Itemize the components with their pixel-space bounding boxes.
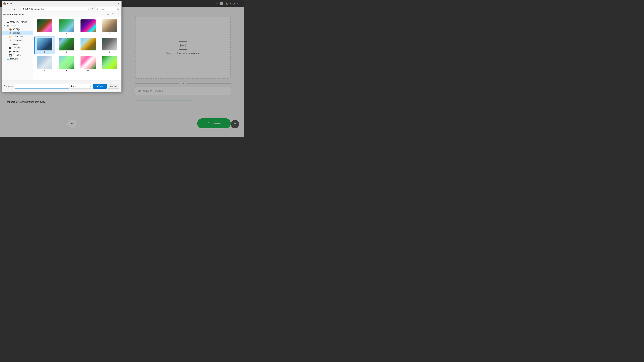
file-label-8: 8 xyxy=(109,51,110,53)
sidebar-label-documents: Documents xyxy=(12,35,31,38)
expand-icon-network[interactable]: ▶ xyxy=(3,58,6,60)
sidebar-icon-desktop: 🖥 xyxy=(9,32,12,34)
file-label-7: 7 xyxy=(88,51,88,53)
help-toolbar-button[interactable]: ? xyxy=(116,12,120,16)
spacer-downloads xyxy=(6,39,8,41)
file-label-9: 9 xyxy=(44,69,45,71)
file-thumb-10 xyxy=(59,56,74,69)
nav-back-button[interactable]: ‹ xyxy=(3,7,7,11)
file-thumb-2 xyxy=(59,19,74,32)
file-label-12: 12 xyxy=(108,69,110,71)
nav-forward-button[interactable]: › xyxy=(8,7,12,11)
sidebar-item-network[interactable]: ▶ 🌐 Network xyxy=(2,57,33,61)
breadcrumb-this-pc[interactable]: This PC xyxy=(23,8,30,10)
file-thumb-5 xyxy=(37,38,52,50)
file-thumb-6 xyxy=(59,38,74,50)
file-item-5[interactable]: 5 xyxy=(34,36,55,54)
file-label-2: 2 xyxy=(66,32,67,34)
new-folder-label: New folder xyxy=(14,13,24,15)
spacer-desktop xyxy=(6,32,8,34)
file-item-9[interactable]: 9 xyxy=(34,55,55,73)
file-thumb-9 xyxy=(37,56,52,69)
file-thumb-3 xyxy=(80,19,96,32)
sidebar-item-documents[interactable]: 📁 Documents xyxy=(2,35,33,38)
sidebar-label-acer-c: Acer (C:) xyxy=(12,54,31,56)
dialog-organize-toolbar: Organize ▾ New folder ⊞ ☰ ? xyxy=(2,12,122,17)
sidebar-icon-downloads: ⬇ xyxy=(9,39,12,42)
sidebar-icon-documents: 📁 xyxy=(9,35,12,38)
filename-label: File name: xyxy=(4,85,13,87)
spacer-pictures xyxy=(6,46,8,49)
sidebar-label-network: Network xyxy=(10,58,31,60)
sidebar-item-this-pc[interactable]: ▾ 🖥 This PC xyxy=(2,24,33,27)
file-item-8[interactable]: 8 xyxy=(99,36,120,54)
file-item-4[interactable]: 4 xyxy=(99,18,120,36)
sidebar-icon-network: 🌐 xyxy=(6,57,10,60)
dialog-close-button[interactable]: ✕ xyxy=(117,2,120,5)
sidebar-item-music[interactable]: ♫ Music xyxy=(2,42,33,46)
file-thumb-8 xyxy=(102,38,117,50)
sidebar-icon-music: ♫ xyxy=(9,43,12,45)
expand-icon-this-pc[interactable]: ▾ xyxy=(3,24,6,27)
view-grid-icon: ⊞ xyxy=(107,13,109,15)
file-item-1[interactable]: 1 xyxy=(34,18,55,36)
search-bar[interactable]: Search pics 🔍 xyxy=(95,7,120,11)
sidebar-item-downloads[interactable]: ⬇ Downloads xyxy=(2,38,33,42)
chrome-icon xyxy=(3,2,6,5)
sidebar-item-acer-c[interactable]: 💾 Acer (C:) xyxy=(2,53,33,57)
open-button[interactable]: Open xyxy=(93,84,107,89)
sidebar-item-desktop[interactable]: 🖥 Desktop xyxy=(2,31,33,35)
nav-up-button[interactable]: ↑ xyxy=(17,7,21,11)
file-label-6: 6 xyxy=(66,51,67,53)
spacer-music xyxy=(6,43,8,45)
file-item-12[interactable]: 12 xyxy=(99,55,120,73)
file-open-dialog: Open ✕ ‹ › ▾ ↑ This PC › Desktop › pics … xyxy=(2,1,122,92)
file-item-11[interactable]: 11 xyxy=(78,55,98,73)
sidebar-label-3d-objects: 3D Objects xyxy=(12,28,31,30)
file-item-7[interactable]: 7 xyxy=(78,36,98,54)
sidebar-label-videos: Videos xyxy=(12,50,31,53)
sidebar-icon-3d-objects: 📦 xyxy=(9,28,12,31)
search-placeholder: Search pics xyxy=(96,8,107,10)
view-grid-button[interactable]: ⊞ xyxy=(106,12,110,16)
dialog-action-buttons: Open Cancel xyxy=(93,84,120,89)
dialog-sidebar: ▲ ☁ OneDrive - Person ▾ 🖥 This PC 📦 3D O… xyxy=(2,17,33,80)
organize-button[interactable]: Organize ▾ xyxy=(3,13,13,15)
organize-arrow: ▾ xyxy=(12,13,13,15)
file-grid: 1 2 3 4 5 6 7 8 9 10 11 12 xyxy=(34,18,120,73)
filetype-select[interactable]: Files ▾ xyxy=(70,84,92,88)
sidebar-item-videos[interactable]: ▶ Videos xyxy=(2,50,33,53)
spacer-videos xyxy=(6,50,8,53)
view-list-button[interactable]: ☰ xyxy=(111,12,115,16)
sidebar-item-onedrive[interactable]: ☁ OneDrive - Person xyxy=(2,20,33,24)
new-folder-button[interactable]: New folder xyxy=(14,13,24,15)
dialog-nav-toolbar: ‹ › ▾ ↑ This PC › Desktop › pics ▾ ↻ Sea… xyxy=(2,6,122,12)
help-toolbar-icon: ? xyxy=(118,13,119,15)
sidebar-scroll-up[interactable]: ▲ xyxy=(2,17,33,20)
search-icon: 🔍 xyxy=(116,8,119,10)
file-item-2[interactable]: 2 xyxy=(56,18,77,36)
file-item-10[interactable]: 10 xyxy=(56,55,77,73)
sidebar-icon-videos: ▶ xyxy=(9,50,12,53)
address-bar[interactable]: This PC › Desktop › pics ▾ xyxy=(22,7,90,11)
cancel-button[interactable]: Cancel xyxy=(108,84,120,89)
sidebar-label-onedrive: OneDrive - Person xyxy=(10,21,31,23)
file-thumb-7 xyxy=(80,38,96,50)
breadcrumb-desktop[interactable]: Desktop xyxy=(31,8,39,10)
dialog-files-area[interactable]: 1 2 3 4 5 6 7 8 9 10 11 12 xyxy=(33,17,122,80)
address-dropdown-button[interactable]: ▾ xyxy=(88,8,89,10)
filename-input[interactable] xyxy=(14,84,69,88)
sidebar-item-3d-objects[interactable]: 📦 3D Objects xyxy=(2,27,33,31)
file-item-3[interactable]: 3 xyxy=(78,18,98,36)
spacer-acer-c xyxy=(6,54,8,56)
sidebar-label-pictures: Pictures xyxy=(12,46,31,49)
spacer-onedrive xyxy=(3,21,6,23)
address-breadcrumb: This PC › Desktop › pics xyxy=(23,8,44,10)
sidebar-scroll-down[interactable]: ▼ xyxy=(2,61,33,63)
file-item-6[interactable]: 6 xyxy=(56,36,77,54)
nav-recent-button[interactable]: ▾ xyxy=(12,7,16,11)
refresh-button[interactable]: ↻ xyxy=(91,7,94,11)
sidebar-item-pictures[interactable]: 🖼 Pictures xyxy=(2,46,33,50)
file-thumb-4 xyxy=(102,19,117,32)
breadcrumb-pics[interactable]: pics xyxy=(40,8,44,10)
